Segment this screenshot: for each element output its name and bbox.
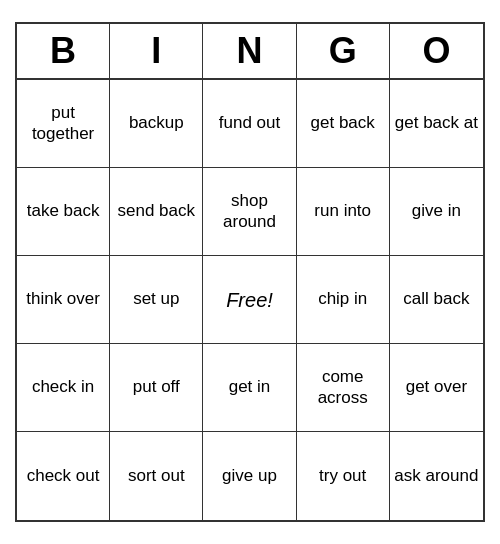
bingo-cell[interactable]: put off	[110, 344, 203, 432]
bingo-cell[interactable]: shop around	[203, 168, 296, 256]
bingo-cell[interactable]: give up	[203, 432, 296, 520]
bingo-cell[interactable]: send back	[110, 168, 203, 256]
bingo-cell[interactable]: get in	[203, 344, 296, 432]
bingo-cell[interactable]: try out	[297, 432, 390, 520]
bingo-cell[interactable]: Free!	[203, 256, 296, 344]
bingo-cell[interactable]: check in	[17, 344, 110, 432]
bingo-cell[interactable]: get back at	[390, 80, 483, 168]
bingo-cell[interactable]: backup	[110, 80, 203, 168]
bingo-cell[interactable]: get over	[390, 344, 483, 432]
header-letter: I	[110, 24, 203, 78]
header-letter: G	[297, 24, 390, 78]
bingo-cell[interactable]: call back	[390, 256, 483, 344]
header-letter: N	[203, 24, 296, 78]
bingo-grid: put togetherbackupfund outget backget ba…	[17, 80, 483, 520]
bingo-cell[interactable]: sort out	[110, 432, 203, 520]
bingo-cell[interactable]: think over	[17, 256, 110, 344]
bingo-cell[interactable]: give in	[390, 168, 483, 256]
bingo-cell[interactable]: check out	[17, 432, 110, 520]
bingo-cell[interactable]: get back	[297, 80, 390, 168]
bingo-cell[interactable]: take back	[17, 168, 110, 256]
bingo-cell[interactable]: run into	[297, 168, 390, 256]
header-letter: B	[17, 24, 110, 78]
bingo-card: BINGO put togetherbackupfund outget back…	[15, 22, 485, 522]
bingo-cell[interactable]: set up	[110, 256, 203, 344]
header-letter: O	[390, 24, 483, 78]
bingo-cell[interactable]: come across	[297, 344, 390, 432]
bingo-cell[interactable]: ask around	[390, 432, 483, 520]
bingo-cell[interactable]: chip in	[297, 256, 390, 344]
bingo-cell[interactable]: fund out	[203, 80, 296, 168]
bingo-header: BINGO	[17, 24, 483, 80]
bingo-cell[interactable]: put together	[17, 80, 110, 168]
